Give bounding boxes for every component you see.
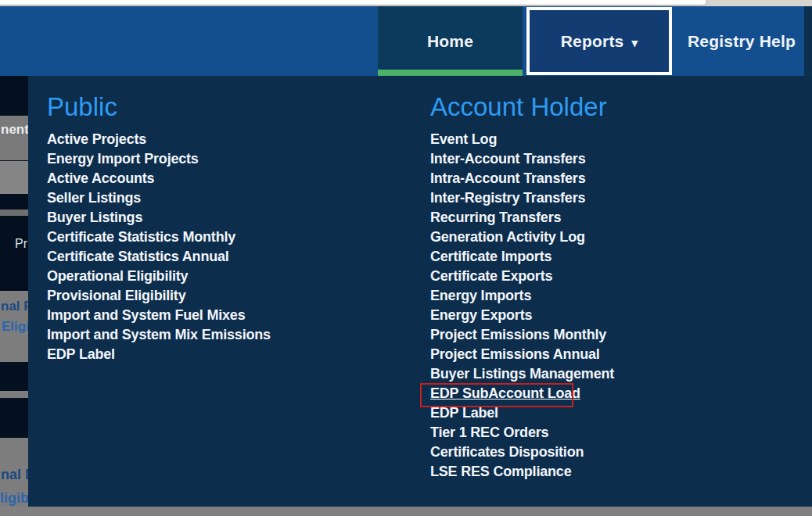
menu-item[interactable]: Recurring Transfers bbox=[430, 208, 614, 228]
menu-item[interactable]: Buyer Listings bbox=[47, 208, 271, 228]
menu-column-public: Public Active ProjectsEnergy Import Proj… bbox=[47, 92, 271, 364]
menu-item[interactable]: Active Accounts bbox=[47, 169, 271, 188]
menu-item[interactable]: Inter-Registry Transfers bbox=[430, 188, 614, 208]
menu-item[interactable]: Project Emissions Annual bbox=[430, 345, 614, 364]
nav-tab-reports[interactable]: Reports ▾ bbox=[526, 7, 672, 75]
menu-item[interactable]: Seller Listings bbox=[47, 188, 271, 208]
menu-heading-account-holder: Account Holder bbox=[430, 92, 614, 122]
menu-item[interactable]: Inter-Account Transfers bbox=[430, 149, 614, 169]
nav-tab-home-label: Home bbox=[427, 32, 473, 51]
menu-item[interactable]: Active Projects bbox=[47, 130, 271, 149]
background-gray-box: nent bbox=[0, 116, 28, 160]
browser-chrome-strip bbox=[0, 0, 812, 6]
menu-item[interactable]: Certificate Statistics Annual bbox=[47, 247, 271, 267]
menu-item[interactable]: Energy Imports bbox=[430, 286, 614, 306]
top-navbar: Home Reports ▾ Registry Help bbox=[0, 6, 812, 76]
menu-item[interactable]: Import and System Mix Emissions bbox=[47, 325, 271, 345]
menu-item[interactable]: Intra-Account Transfers bbox=[430, 169, 614, 188]
bottom-gray-strip bbox=[0, 507, 812, 516]
menu-item[interactable]: Tier 1 REC Orders bbox=[430, 423, 614, 443]
menu-item[interactable]: Energy Import Projects bbox=[47, 149, 271, 169]
background-gray-box bbox=[0, 161, 28, 194]
menu-item[interactable]: Provisional Eligibility bbox=[47, 286, 271, 306]
background-text-fragment: nal F bbox=[1, 299, 28, 314]
menu-item[interactable]: Buyer Listings Management bbox=[430, 364, 614, 384]
menu-item[interactable]: Energy Exports bbox=[430, 306, 614, 325]
menu-item[interactable]: Event Log bbox=[430, 130, 614, 149]
menu-item[interactable]: Certificates Disposition bbox=[430, 443, 614, 462]
menu-item[interactable]: Project Emissions Monthly bbox=[430, 325, 614, 345]
background-page: nent Pr nal F Eligib nal P ligibility bbox=[0, 76, 28, 507]
nav-tab-home[interactable]: Home bbox=[378, 6, 523, 76]
background-gray-line bbox=[0, 391, 28, 398]
menu-heading-public: Public bbox=[47, 92, 271, 122]
menu-item[interactable]: Certificate Imports bbox=[430, 247, 614, 267]
menu-list-account-holder: Event LogInter-Account TransfersIntra-Ac… bbox=[430, 130, 614, 482]
nav-tab-registry-help[interactable]: Registry Help bbox=[677, 6, 806, 76]
background-link-fragment: ligibility bbox=[0, 490, 28, 507]
reports-mega-menu: Public Active ProjectsEnergy Import Proj… bbox=[28, 76, 812, 507]
chevron-down-icon: ▾ bbox=[632, 36, 638, 50]
background-divider bbox=[0, 210, 28, 216]
background-text-fragment: nal P bbox=[1, 467, 28, 483]
active-tab-underline bbox=[378, 70, 523, 76]
background-gray-box: nal F Eligib bbox=[0, 291, 28, 362]
background-text-fragment: nent bbox=[1, 122, 28, 138]
menu-item[interactable]: Certificate Exports bbox=[430, 267, 614, 286]
nav-tab-registry-help-label: Registry Help bbox=[688, 32, 796, 51]
background-link-fragment: Eligib bbox=[2, 319, 28, 335]
menu-item[interactable]: LSE RES Compliance bbox=[430, 462, 614, 482]
menu-column-account-holder: Account Holder Event LogInter-Account Tr… bbox=[430, 92, 614, 482]
nav-tab-reports-label: Reports bbox=[561, 32, 624, 51]
menu-item[interactable]: EDP Label bbox=[47, 345, 271, 364]
url-bar-bottom-edge bbox=[0, 0, 707, 5]
menu-item[interactable]: Operational Eligibility bbox=[47, 267, 271, 286]
annotation-box bbox=[420, 383, 573, 407]
background-gray-box: nal P ligibility bbox=[0, 438, 28, 507]
menu-item[interactable]: Generation Activity Log bbox=[430, 228, 614, 247]
menu-item[interactable]: Import and System Fuel Mixes bbox=[47, 306, 271, 325]
menu-item[interactable]: Certificate Statistics Monthly bbox=[47, 228, 271, 247]
background-text-fragment: Pr bbox=[15, 237, 27, 251]
menu-list-public: Active ProjectsEnergy Import ProjectsAct… bbox=[47, 130, 271, 364]
